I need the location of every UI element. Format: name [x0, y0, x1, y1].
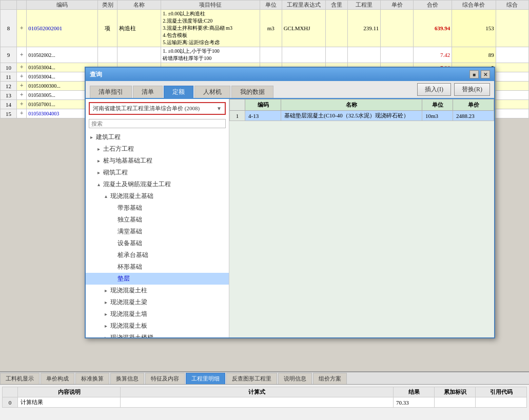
- result-col-price: 单价: [453, 99, 494, 111]
- result-index: 1: [230, 111, 245, 121]
- modal-tab-qingdan-zhiyin[interactable]: 清单指引: [90, 86, 132, 98]
- tree-node-beixing[interactable]: 杯形基础: [86, 261, 229, 273]
- result-unit: 10m3: [422, 111, 453, 121]
- tree-arrow-icon: ▴: [102, 193, 109, 199]
- search-input[interactable]: [91, 121, 223, 127]
- tree-node-jianzhu[interactable]: ▸ 建筑工程: [86, 131, 229, 143]
- tree-label: 现浇混凝土板: [109, 321, 229, 331]
- tree-label: 土石方工程: [102, 144, 229, 154]
- tree-label: 垫层: [116, 274, 229, 284]
- tree-node-xianloti[interactable]: ▸ 现浇混凝土楼梯: [86, 332, 229, 337]
- tree-node-mantang[interactable]: 满堂基础: [86, 226, 229, 237]
- tree-label: 砌筑工程: [102, 168, 229, 177]
- result-col-unit: 单位: [422, 99, 453, 111]
- modal-tab-dinge[interactable]: 定额: [164, 86, 193, 98]
- tree-label: 建筑工程: [95, 132, 229, 142]
- tree-node-zhuang[interactable]: ▸ 桩与地基基础工程: [86, 155, 229, 167]
- tree-arrow-icon: ▸: [95, 158, 102, 164]
- tree-area: ▸ 建筑工程 ▸ 土石方工程 ▸ 桩与地基基础工程 ▸ 砌筑工程: [86, 129, 229, 337]
- tree-node-daixing[interactable]: 带形基础: [86, 202, 229, 214]
- modal-tab-bar: 清单指引 清单 定额 人材机 我的数据 插入(I) 替换(R): [86, 81, 494, 99]
- tree-arrow-icon: ▸: [102, 299, 109, 305]
- tree-label: 混凝土及钢筋混凝土工程: [102, 179, 229, 189]
- tree-arrow-icon: ▸: [102, 335, 109, 337]
- tree-node-diceng[interactable]: 垫层: [86, 273, 229, 285]
- left-panel: 河南省建筑工程工程里清单综合单价 (2008) ▼ ▸ 建筑工程 ▸ 土石方工程: [86, 99, 229, 337]
- tree-arrow-icon: ▸: [95, 170, 102, 175]
- tree-arrow-icon: ▸: [102, 311, 109, 317]
- modal-title-buttons: ■ ✕: [469, 70, 490, 78]
- tree-label: 现浇混凝土梁: [109, 297, 229, 307]
- ding-e-dropdown[interactable]: 河南省建筑工程工程里清单综合单价 (2008) ▼: [89, 102, 226, 115]
- dropdown-label: 河南省建筑工程工程里清单综合单价 (2008): [93, 105, 200, 112]
- result-name: 基础垫层混凝土(C10-40（32.5水泥）现浇碎石砼）: [281, 111, 422, 121]
- modal-close-btn[interactable]: ✕: [481, 70, 490, 78]
- result-row[interactable]: 1 4-13 基础垫层混凝土(C10-40（32.5水泥）现浇碎石砼） 10m3…: [230, 111, 494, 121]
- tree-arrow-icon: ▸: [95, 146, 102, 152]
- result-price: 2488.23: [453, 111, 494, 121]
- tree-label: 现浇混凝土楼梯: [109, 333, 229, 337]
- modal-overlay: 查询 ■ ✕ 清单指引 清单 定额 人材机 我的数据 插入(I) 替换(R): [0, 0, 529, 420]
- tree-node-xianban[interactable]: ▸ 现浇混凝土板: [86, 320, 229, 332]
- tree-label: 现浇混凝土墙: [109, 309, 229, 319]
- tree-node-xianliang[interactable]: ▸ 现浇混凝土梁: [86, 296, 229, 308]
- tree-label: 现浇混凝土基础: [109, 191, 229, 201]
- tree-node-shebei[interactable]: 设备基础: [86, 237, 229, 249]
- result-table: 编码 名称 单位 单价 1 4-13 基础垫层混凝土(C10-40（32.5水泥…: [229, 99, 494, 121]
- modal-titlebar: 查询 ■ ✕: [86, 68, 494, 81]
- result-col-code: 编码: [245, 99, 281, 111]
- modal-title: 查询: [90, 70, 102, 79]
- search-container: [89, 119, 226, 128]
- replace-button[interactable]: 替换(R): [454, 83, 490, 96]
- tree-node-tushifang[interactable]: ▸ 土石方工程: [86, 143, 229, 155]
- modal-minimize-btn[interactable]: ■: [469, 70, 479, 78]
- result-code: 4-13: [245, 111, 281, 121]
- result-header: 编码 名称 单位 单价: [230, 99, 494, 111]
- modal-tab-qingdan[interactable]: 清单: [133, 86, 163, 98]
- tree-node-duli[interactable]: 独立基础: [86, 214, 229, 226]
- tree-arrow-icon: ▸: [102, 323, 109, 329]
- modal-action-buttons: 插入(I) 替换(R): [417, 83, 490, 98]
- tree-label: 桩承台基础: [116, 250, 229, 260]
- tree-arrow-icon: ▴: [95, 182, 102, 187]
- tree-label: 独立基础: [116, 215, 229, 225]
- query-modal: 查询 ■ ✕ 清单指引 清单 定额 人材机 我的数据 插入(I) 替换(R): [85, 67, 495, 338]
- tree-label: 现浇混凝土柱: [109, 286, 229, 295]
- tree-label: 设备基础: [116, 238, 229, 248]
- tree-node-qizhu[interactable]: ▸ 砌筑工程: [86, 167, 229, 178]
- result-col-name: 名称: [281, 99, 422, 111]
- tree-label: 满堂基础: [116, 227, 229, 236]
- tree-node-xianzhu[interactable]: ▸ 现浇混凝土柱: [86, 285, 229, 296]
- modal-body: 河南省建筑工程工程里清单综合单价 (2008) ▼ ▸ 建筑工程 ▸ 土石方工程: [86, 99, 494, 337]
- tree-label: 杯形基础: [116, 262, 229, 272]
- tree-node-zhuangchengtai[interactable]: 桩承台基础: [86, 249, 229, 261]
- modal-tab-mydata[interactable]: 我的数据: [231, 86, 273, 98]
- result-col-index: [230, 99, 245, 111]
- tree-node-jichu[interactable]: ▴ 现浇混凝土基础: [86, 190, 229, 202]
- tree-arrow-icon: ▸: [88, 134, 95, 140]
- right-panel: 编码 名称 单位 单价 1 4-13 基础垫层混凝土(C10-40（32.5水泥…: [229, 99, 494, 337]
- tree-arrow-icon: ▸: [102, 288, 109, 293]
- tree-label: 桩与地基基础工程: [102, 156, 229, 166]
- chevron-down-icon: ▼: [217, 106, 222, 111]
- tree-node-hunningtu[interactable]: ▴ 混凝土及钢筋混凝土工程: [86, 178, 229, 190]
- tree-label: 带形基础: [116, 203, 229, 213]
- tree-node-xianqiang[interactable]: ▸ 现浇混凝土墙: [86, 308, 229, 320]
- insert-button[interactable]: 插入(I): [417, 83, 451, 96]
- modal-tab-rencaiji[interactable]: 人材机: [194, 86, 230, 98]
